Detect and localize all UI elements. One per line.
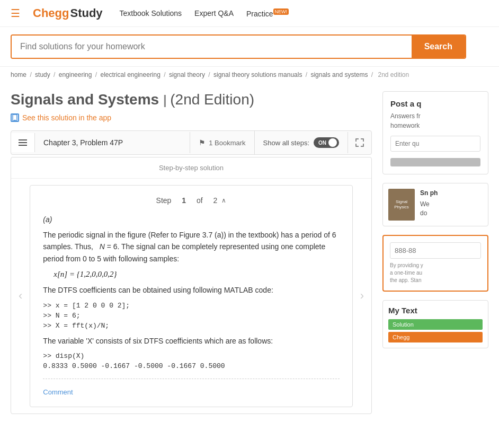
bookmark-section[interactable]: ⚑ 1 Bookmark [190, 132, 254, 153]
header: ☰ Chegg Study Textbook Solutions Expert … [0, 0, 499, 27]
my-textbook-card: My Text Solution Chegg [382, 300, 488, 348]
book-promo-title: Sn ph [420, 189, 438, 198]
book-promo-card: SignalPhysics Sn ph Wedo [382, 183, 488, 226]
step-nav: ‹ Step 1 of 2 ∧ (a) The periodic signal … [11, 179, 371, 414]
code-line-2: >> N = 6; [43, 312, 339, 320]
nav-textbook-solutions[interactable]: Textbook Solutions [120, 9, 182, 18]
post-question-title: Post a q [390, 99, 480, 108]
logo-chegg[interactable]: Chegg [33, 6, 69, 20]
step-text-2: The DTFS coefficients can be obtained us… [43, 284, 339, 296]
problem-bar: Chapter 3, Problem 47P ⚑ 1 Bookmark Show… [11, 130, 372, 155]
my-textbook-title: My Text [388, 306, 483, 315]
book-title: Signals and Systems | (2nd Edition) [11, 91, 372, 108]
coefficients: 0.8333 0.5000 -0.1667 -0.5000 -0.1667 0.… [43, 362, 339, 370]
search-section: Search [0, 27, 499, 67]
main-layout: Signals and Systems | (2nd Edition) See … [0, 83, 499, 423]
book-promo-desc: Wedo [420, 200, 438, 218]
nav-links: Textbook Solutions Expert Q&A PracticeNE… [120, 9, 289, 18]
search-input[interactable] [12, 36, 412, 58]
breadcrumb-signal-theory[interactable]: signal theory [169, 71, 205, 78]
solution-bar: Solution [388, 319, 483, 330]
breadcrumb-signals-systems[interactable]: signals and systems [310, 71, 368, 78]
solution-box: Step-by-step solution ‹ Step 1 of 2 ∧ (a… [11, 157, 372, 414]
phone-fine-print: By providing ya one-time authe app. Stan [390, 262, 481, 284]
breadcrumb: home / study / engineering / electrical … [0, 67, 499, 83]
problem-title: Chapter 3, Problem 47P [35, 132, 190, 153]
breadcrumb-study[interactable]: study [35, 71, 50, 78]
chegg-tag: Chegg [388, 332, 483, 342]
breadcrumb-engineering[interactable]: engineering [59, 71, 92, 78]
app-link[interactable]: See this solution in the app [11, 113, 372, 122]
expand-icon-button[interactable] [347, 132, 371, 153]
show-steps-label: Show all steps: [263, 139, 309, 147]
search-button[interactable]: Search [412, 36, 465, 58]
next-step-button[interactable]: › [353, 278, 371, 313]
phone-icon [11, 113, 19, 122]
search-bar: Search [11, 34, 466, 59]
post-question-card: Post a q Answers frhomework [382, 91, 488, 174]
matlab-code: >> x = [1 2 0 0 0 2]; >> N = 6; >> X = f… [43, 302, 339, 330]
comment-link[interactable]: Comment [43, 388, 73, 396]
breadcrumb-electrical-engineering[interactable]: electrical engineering [100, 71, 160, 78]
phone-card: By providing ya one-time authe app. Stan [382, 235, 488, 292]
code-line-3: >> X = fft(x)/N; [43, 322, 339, 330]
prev-step-button[interactable]: ‹ [11, 278, 30, 313]
step-content-area: Step 1 of 2 ∧ (a) The periodic signal in… [30, 185, 352, 407]
step-part: (a) [43, 215, 339, 224]
post-question-desc: Answers frhomework [390, 111, 480, 130]
show-steps-section: Show all steps: ON [254, 131, 347, 154]
nav-practice[interactable]: PracticeNEW! [246, 9, 289, 18]
step-formula: x[n] = {1,2,0,0,0,2} [54, 270, 339, 279]
step-text-3: The variable 'X' consists of six DTFS co… [43, 335, 339, 347]
step-text-1: The periodic signal in the figure (Refer… [43, 229, 339, 265]
toggle-label: ON [318, 140, 326, 146]
breadcrumb-solutions-manuals[interactable]: signal theory solutions manuals [213, 71, 302, 78]
disp-code: >> disp(X) [43, 352, 339, 360]
code-line-1: >> x = [1 2 0 0 0 2]; [43, 302, 339, 310]
list-icon [19, 139, 27, 146]
breadcrumb-home[interactable]: home [11, 71, 26, 78]
step-header-bar: Step-by-step solution [11, 157, 371, 179]
phone-input[interactable] [390, 242, 481, 259]
toggle-thumb [328, 138, 337, 147]
book-promo-info: Sn ph Wedo [420, 189, 438, 221]
book-thumbnail: SignalPhysics [388, 189, 415, 221]
svg-rect-1 [14, 120, 16, 120]
list-icon-button[interactable] [11, 133, 35, 152]
nav-expert-qa[interactable]: Expert Q&A [194, 9, 234, 18]
bookmark-icon: ⚑ [199, 138, 206, 147]
hamburger-icon[interactable]: ☰ [11, 7, 20, 20]
step-number-line: Step 1 of 2 ∧ [43, 196, 339, 205]
logo: Chegg Study [33, 6, 103, 20]
step-divider [43, 379, 339, 379]
practice-badge: NEW! [273, 8, 289, 15]
right-sidebar: Post a q Answers frhomework SignalPhysic… [382, 83, 488, 423]
show-steps-toggle[interactable]: ON [314, 137, 339, 148]
post-question-input[interactable] [390, 136, 480, 152]
book-thumb-text: SignalPhysics [393, 198, 410, 210]
logo-study[interactable]: Study [70, 6, 102, 20]
bookmark-count: 1 Bookmark [209, 139, 245, 147]
post-question-submit[interactable] [390, 158, 480, 166]
left-content: Signals and Systems | (2nd Edition) See … [11, 83, 372, 423]
chevron-up-icon: ∧ [221, 197, 226, 204]
breadcrumb-edition: 2nd edition [378, 71, 409, 78]
